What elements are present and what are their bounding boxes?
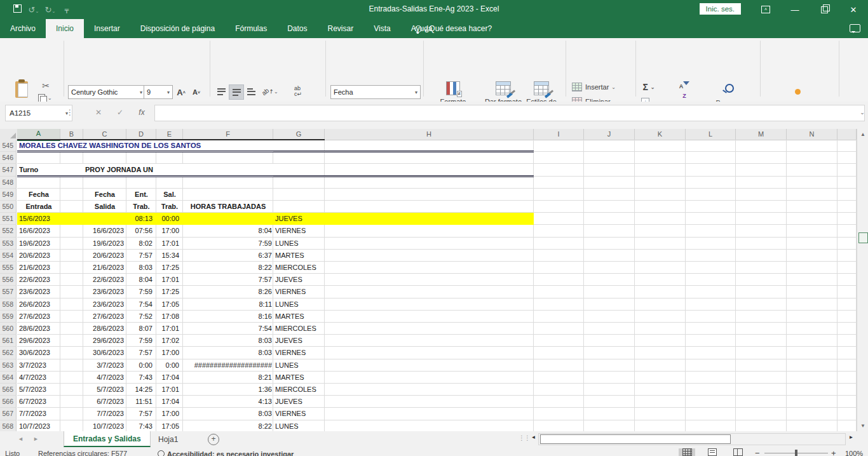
grid-cell-J557[interactable] — [584, 286, 635, 298]
grid-cell-J545[interactable] — [584, 140, 635, 152]
grid-cell-K547[interactable] — [635, 164, 686, 176]
grid-cell-L563[interactable] — [686, 359, 736, 372]
grid-cell-L552[interactable] — [686, 225, 736, 237]
grid-cell-x565[interactable] — [837, 384, 857, 396]
grid-cell-H552[interactable] — [325, 225, 534, 237]
grid-cell-L564[interactable] — [686, 372, 736, 384]
grid-cell-K559[interactable] — [635, 311, 686, 323]
grid-cell-L551[interactable] — [686, 213, 736, 225]
grid-cell-K553[interactable] — [635, 238, 686, 250]
tab-vista[interactable]: Vista — [363, 19, 400, 38]
grid-cell-H554[interactable] — [325, 250, 534, 262]
grid-cell-I560[interactable] — [534, 323, 584, 335]
grid-cell-B546[interactable] — [60, 152, 83, 164]
grid-cell-J564[interactable] — [584, 372, 635, 384]
grow-font-icon[interactable]: A˄ — [174, 85, 188, 99]
row-header-550[interactable]: 550 — [0, 201, 17, 213]
grid-cell-x562[interactable] — [837, 347, 857, 359]
grid-cell-N551[interactable] — [787, 213, 837, 225]
grid-cell-x557[interactable] — [837, 286, 857, 298]
grid-cell-D548[interactable] — [126, 177, 156, 189]
grid-cell-B565[interactable] — [60, 384, 83, 396]
grid-cell-M560[interactable] — [736, 323, 787, 335]
page-break-view-icon[interactable] — [729, 448, 746, 456]
grid-cell-M561[interactable] — [736, 335, 787, 347]
grid-cell-K551[interactable] — [635, 213, 686, 225]
grid-cell-B568[interactable] — [60, 420, 83, 431]
grid-cell-K562[interactable] — [635, 347, 686, 359]
grid-cell-x552[interactable] — [837, 225, 857, 237]
grid-cell-J549[interactable] — [584, 189, 635, 201]
grid-cell-N566[interactable] — [787, 396, 837, 408]
column-header-H[interactable]: H — [325, 129, 534, 140]
hscroll-left-icon[interactable]: ◄ — [529, 433, 538, 441]
grid-cell-H560[interactable] — [325, 323, 534, 335]
tell-me[interactable]: ¿Qué desea hacer? — [409, 19, 492, 38]
grid-cell-J555[interactable] — [584, 262, 635, 274]
grid-cell-M558[interactable] — [736, 298, 787, 311]
grid-cell-x545[interactable] — [837, 140, 857, 152]
font-size-select[interactable]: 9▾ — [144, 85, 173, 99]
grid-cell-B554[interactable] — [60, 250, 83, 262]
grid-cell-F546[interactable] — [183, 152, 273, 164]
row-header-559[interactable]: 559 — [0, 311, 17, 323]
grid-cell-J562[interactable] — [584, 347, 635, 359]
grid-cell-L559[interactable] — [686, 311, 736, 323]
grid-cell-J565[interactable] — [584, 384, 635, 396]
row-header-561[interactable]: 561 — [0, 335, 17, 347]
align-bottom-icon[interactable] — [244, 85, 258, 98]
grid-cell-H567[interactable] — [325, 408, 534, 420]
grid-cell-x559[interactable] — [837, 311, 857, 323]
grid-cell-N553[interactable] — [787, 238, 837, 250]
grid-cell-N555[interactable] — [787, 262, 837, 274]
grid-cell-L546[interactable] — [686, 152, 736, 164]
grid-cell-M545[interactable] — [736, 140, 787, 152]
grid-cell-M564[interactable] — [736, 372, 787, 384]
grid-cell-I547[interactable] — [534, 164, 584, 176]
column-header-partial[interactable] — [837, 129, 857, 140]
grid-cell-K557[interactable] — [635, 286, 686, 298]
grid-cell-D546[interactable] — [126, 152, 156, 164]
grid-cell-H556[interactable] — [325, 274, 534, 286]
sheet-tab-hoja1[interactable]: Hoja1 — [149, 431, 187, 447]
grid-cell-I567[interactable] — [534, 408, 584, 420]
grid-cell-x550[interactable] — [837, 201, 857, 213]
grid-cell-J546[interactable] — [584, 152, 635, 164]
row-header-555[interactable]: 555 — [0, 262, 17, 274]
grid-cell-N561[interactable] — [787, 335, 837, 347]
wrap-text-icon[interactable]: abc↵ — [289, 84, 307, 99]
grid-cell-H563[interactable] — [325, 359, 534, 372]
grid-cell-N565[interactable] — [787, 384, 837, 396]
grid-cell-J558[interactable] — [584, 298, 635, 311]
grid-cell-K566[interactable] — [635, 396, 686, 408]
name-box-grip[interactable]: ⋮ — [66, 105, 74, 120]
grid-cell-B566[interactable] — [60, 396, 83, 408]
tab-datos[interactable]: Datos — [277, 19, 317, 38]
grid-cell-x563[interactable] — [837, 359, 857, 372]
grid-cell-B548[interactable] — [60, 177, 83, 189]
grid-cell-x568[interactable] — [837, 420, 857, 431]
tab-insertar[interactable]: Insertar — [84, 19, 130, 38]
grid-cell-C546[interactable] — [83, 152, 126, 164]
insert-cells-button[interactable]: Insertar⌄ — [572, 83, 616, 91]
hscroll-right-icon[interactable]: ► — [847, 433, 855, 441]
grid-cell-N560[interactable] — [787, 323, 837, 335]
grid-cell-L561[interactable] — [686, 335, 736, 347]
grid-cell-x560[interactable] — [837, 323, 857, 335]
grid-cell-H550[interactable] — [325, 201, 534, 213]
formula-input[interactable] — [154, 105, 865, 121]
grid-cell-x547[interactable] — [837, 164, 857, 176]
grid-cell-M552[interactable] — [736, 225, 787, 237]
scroll-up-icon[interactable]: ▲ — [857, 129, 868, 140]
grid-cell-J552[interactable] — [584, 225, 635, 237]
grid-cell-H557[interactable] — [325, 286, 534, 298]
grid-cell-x553[interactable] — [837, 238, 857, 250]
grid-cell-I545[interactable] — [534, 140, 584, 152]
tab-disposicion[interactable]: Disposición de página — [130, 19, 225, 38]
grid-cell-B559[interactable] — [60, 311, 83, 323]
grid-cell-M555[interactable] — [736, 262, 787, 274]
grid-cell-x564[interactable] — [837, 372, 857, 384]
grid-cell-N563[interactable] — [787, 359, 837, 372]
grid-cell-B556[interactable] — [60, 274, 83, 286]
grid-cell-M563[interactable] — [736, 359, 787, 372]
